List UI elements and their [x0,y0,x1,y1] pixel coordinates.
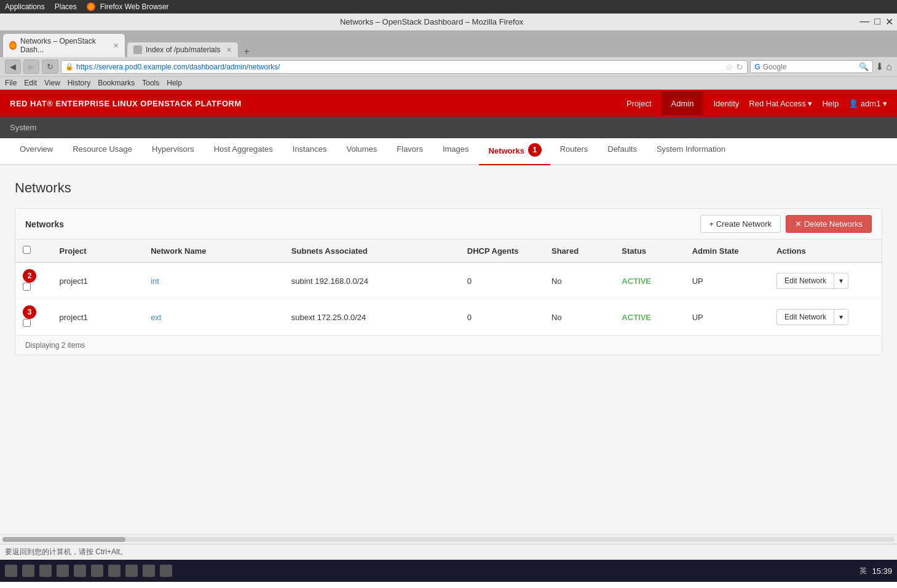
nav-defaults[interactable]: Defaults [598,138,647,165]
openstack-header: RED HAT® ENTERPRISE LINUX OPENSTACK PLAT… [0,90,897,117]
taskbar-icon-10[interactable] [160,565,172,577]
downloads-icon[interactable]: ⬇ [875,61,883,73]
header-admin-state: Admin State [685,240,769,262]
row1-action-dropdown[interactable]: ▾ [834,273,848,289]
nav-volumes[interactable]: Volumes [336,138,387,165]
search-submit-icon[interactable]: 🔍 [859,62,869,71]
row1-network-link[interactable]: int [151,276,159,286]
minimize-btn[interactable]: — [859,16,869,28]
header-actions: Actions [769,240,882,262]
taskbar-icon-8[interactable] [125,565,138,577]
home-icon[interactable]: ⌂ [886,61,892,73]
tab-index[interactable]: Index of /pub/materials ✕ [127,42,239,57]
header-project: Project [52,240,143,262]
row2-dhcp: 0 [460,299,544,335]
menu-view[interactable]: View [44,79,60,87]
user-menu[interactable]: 👤 adm1 ▾ [848,99,887,108]
menu-tools[interactable]: Tools [142,79,159,87]
close-btn[interactable]: ✕ [885,16,893,28]
panel-footer: Displaying 2 items [15,335,882,355]
row1-edit-btn[interactable]: Edit Network [776,273,834,289]
brand: RED HAT® ENTERPRISE LINUX OPENSTACK PLAT… [10,99,617,108]
tab-close-networks[interactable]: ✕ [113,42,119,50]
nav-routers[interactable]: Routers [550,138,598,165]
new-tab-btn[interactable]: + [240,46,253,57]
taskbar-lang: 英 [859,566,867,576]
main-content: Networks Networks + Create Network ✕ Del… [0,165,897,534]
taskbar-icon-1[interactable] [5,565,17,577]
menu-help[interactable]: Help [167,79,182,87]
header-subnets: Subnets Associated [284,240,460,262]
row1-action-group: Edit Network ▾ [776,273,874,289]
applications-menu[interactable]: Applications [5,2,45,11]
taskbar-icon-4[interactable] [57,565,69,577]
taskbar-icon-2[interactable] [22,565,34,577]
select-all-checkbox[interactable] [23,246,31,254]
menu-history[interactable]: History [68,79,90,87]
maximize-btn[interactable]: □ [874,16,880,28]
menu-edit[interactable]: Edit [24,79,37,87]
taskbar-icon-6[interactable] [91,565,103,577]
taskbar-icon-5[interactable] [74,565,86,577]
delete-networks-btn[interactable]: ✕ Delete Networks [786,215,872,233]
places-menu[interactable]: Places [55,2,77,11]
google-icon: G [754,63,760,71]
row1-project: project1 [52,262,143,299]
nav-networks[interactable]: Networks 1 [479,138,550,165]
reload-btn[interactable]: ↻ [42,60,58,74]
nav-images[interactable]: Images [433,138,479,165]
row1-checkbox-cell: 2 [15,262,52,299]
row2-checkbox[interactable] [23,319,31,327]
back-btn[interactable]: ◀ [5,60,21,74]
tab-index-label: Index of /pub/materials [146,45,220,54]
row2-actions: Edit Network ▾ [769,299,882,335]
table-header: Project Network Name Subnets Associated … [15,240,882,262]
nav-flavors[interactable]: Flavors [387,138,433,165]
tab-networks[interactable]: Networks – OpenStack Dash... ✕ [2,33,125,57]
taskbar-icon-3[interactable] [39,565,52,577]
browser-toolbar: ◀ ▶ ↻ 🔒 ☆ ↻ G 🔍 ⬇ ⌂ [0,57,897,77]
nav-identity[interactable]: Identity [703,92,749,116]
nav-system-information[interactable]: System Information [647,138,735,165]
row2-network-link[interactable]: ext [151,313,161,322]
address-bar[interactable]: 🔒 ☆ ↻ [61,60,748,74]
taskbar-icon-7[interactable] [108,565,121,577]
row1-status: ACTIVE [614,262,684,299]
row2-project: project1 [52,299,143,335]
menu-file[interactable]: File [5,79,17,87]
search-bar[interactable]: G 🔍 [750,60,873,73]
scrollbar-track[interactable] [2,537,895,542]
panel-title: Networks [25,219,64,229]
scrollbar-area [0,534,897,544]
nav-hypervisors[interactable]: Hypervisors [142,138,204,165]
row2-edit-btn[interactable]: Edit Network [776,309,834,325]
tab-close-index[interactable]: ✕ [226,46,232,54]
nav-overview[interactable]: Overview [10,138,63,165]
bookmark-star[interactable]: ☆ [725,62,733,72]
row2-subnets: subext 172.25.0.0/24 [284,299,460,335]
help-link[interactable]: Help [822,99,839,108]
row1-actions: Edit Network ▾ [769,262,882,299]
address-input[interactable] [76,63,723,71]
nav-project[interactable]: Project [617,92,661,116]
secondary-nav: Overview Resource Usage Hypervisors Host… [0,138,897,165]
nav-instances[interactable]: Instances [283,138,337,165]
search-input[interactable] [763,63,857,71]
create-network-btn[interactable]: + Create Network [700,215,781,233]
table-row: 2 project1 int subint 192.168.0.0/24 0 N… [15,262,882,299]
refresh-icon[interactable]: ↻ [736,62,743,72]
sub-header-system[interactable]: System [10,120,36,135]
header-dhcp: DHCP Agents [460,240,544,262]
nav-host-aggregates[interactable]: Host Aggregates [204,138,283,165]
row2-action-dropdown[interactable]: ▾ [834,309,848,325]
taskbar-icon-9[interactable] [143,565,155,577]
red-hat-access[interactable]: Red Hat Access ▾ [749,99,812,108]
scrollbar-thumb[interactable] [2,537,125,542]
menu-bookmarks[interactable]: Bookmarks [98,79,135,87]
nav-admin[interactable]: Admin [662,92,704,116]
row2-network-name: ext [143,299,284,335]
row2-admin-state: UP [685,299,769,335]
forward-btn[interactable]: ▶ [23,60,39,74]
row1-checkbox[interactable] [23,283,31,291]
nav-resource-usage[interactable]: Resource Usage [63,138,142,165]
